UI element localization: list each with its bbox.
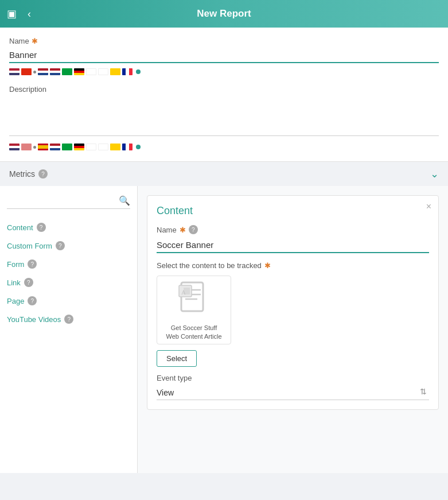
- description-textarea[interactable]: [9, 96, 439, 136]
- event-type-wrapper: View: [157, 386, 429, 400]
- flag2-pink[interactable]: [21, 144, 32, 150]
- flag2-de[interactable]: [74, 144, 84, 150]
- content-help-icon[interactable]: ?: [37, 223, 46, 232]
- flag2-nl[interactable]: [50, 144, 60, 150]
- flag-de[interactable]: [74, 68, 84, 75]
- header: ▣ ‹ New Report: [0, 0, 448, 28]
- flag2-us[interactable]: [9, 144, 20, 150]
- content-panel: × Content Name ✱ ? Select the content to…: [147, 195, 439, 410]
- thumbnail-title: Get Soccer Stuff Web Content Article: [166, 324, 221, 340]
- panel-name-help-icon[interactable]: ?: [189, 225, 198, 234]
- close-icon[interactable]: ×: [426, 201, 431, 212]
- flag2-teal-dot: [136, 145, 141, 149]
- menu-item-form[interactable]: Form ?: [7, 255, 130, 273]
- two-col-layout: 🔍 Content ? Custom Form ? Form ? Link ? …: [0, 186, 448, 473]
- panel-name-label: Name ✱ ?: [157, 225, 429, 234]
- flag-nl2[interactable]: [50, 68, 60, 75]
- flag-il[interactable]: [86, 68, 96, 75]
- page-help-icon[interactable]: ?: [28, 296, 37, 305]
- menu-item-custom-form[interactable]: Custom Form ?: [7, 237, 130, 255]
- thumbnail-icon: A: [177, 280, 211, 320]
- right-panel: × Content Name ✱ ? Select the content to…: [138, 186, 448, 473]
- menu-item-page[interactable]: Page ?: [7, 292, 130, 310]
- page-title: New Report: [197, 8, 251, 20]
- search-input[interactable]: [7, 196, 119, 205]
- flag2-dot: [33, 146, 36, 149]
- flag2-fr[interactable]: [122, 144, 133, 150]
- select-button[interactable]: Select: [157, 350, 197, 367]
- sidebar-toggle-icon[interactable]: ▣: [7, 7, 17, 20]
- flag-cn[interactable]: [21, 68, 32, 75]
- flag-yellow[interactable]: [110, 68, 120, 75]
- flag-dot: [33, 71, 36, 73]
- form-help-icon[interactable]: ?: [28, 259, 37, 269]
- svg-rect-6: [184, 288, 190, 294]
- panel-required-star: ✱: [180, 226, 186, 234]
- flag2-es[interactable]: [38, 144, 48, 150]
- event-type-select[interactable]: View: [157, 386, 429, 400]
- event-type-label: Event type: [157, 374, 429, 382]
- custom-form-help-icon[interactable]: ?: [56, 241, 65, 250]
- flag-teal-dot: [136, 69, 141, 74]
- description-section: Description: [9, 85, 439, 152]
- flag2-br[interactable]: [62, 144, 72, 150]
- link-help-icon[interactable]: ?: [24, 278, 33, 287]
- main-form: Name ✱ Description: [0, 28, 448, 161]
- flag2-fi[interactable]: [98, 144, 108, 150]
- description-label: Description: [9, 85, 439, 94]
- menu-item-content[interactable]: Content ?: [7, 218, 130, 237]
- flag-nl[interactable]: [38, 68, 48, 75]
- flag-us[interactable]: [9, 68, 20, 75]
- flag-br[interactable]: [62, 68, 72, 75]
- back-icon[interactable]: ‹: [28, 8, 31, 20]
- flag2-yellow[interactable]: [110, 144, 120, 150]
- flag-fr[interactable]: [122, 68, 133, 75]
- flag-fi[interactable]: [98, 68, 108, 75]
- menu-item-link[interactable]: Link ?: [7, 273, 130, 292]
- name-label: Name ✱: [9, 37, 439, 45]
- tracked-required-star: ✱: [264, 261, 271, 270]
- youtube-help-icon[interactable]: ?: [64, 315, 73, 324]
- metrics-label: Metrics ?: [9, 169, 48, 179]
- menu-item-youtube[interactable]: YouTube Videos ?: [7, 310, 130, 328]
- metrics-bar: Metrics ? ⌄: [0, 161, 448, 186]
- flags-row-2: [9, 142, 439, 152]
- content-thumbnail[interactable]: A Get Soccer Stuff Web Content Article: [157, 276, 231, 344]
- required-star: ✱: [32, 37, 38, 45]
- name-input[interactable]: [9, 48, 439, 63]
- panel-name-input[interactable]: [157, 238, 429, 253]
- metrics-help-icon[interactable]: ?: [38, 169, 48, 179]
- search-icon[interactable]: 🔍: [119, 195, 130, 206]
- metrics-chevron-icon[interactable]: ⌄: [430, 168, 439, 180]
- flags-row-1: [9, 67, 439, 77]
- tracked-label: Select the content to be tracked ✱: [157, 261, 429, 270]
- search-container: 🔍: [7, 195, 130, 209]
- left-sidebar: 🔍 Content ? Custom Form ? Form ? Link ? …: [0, 186, 138, 473]
- flag2-il[interactable]: [86, 144, 96, 150]
- panel-title: Content: [157, 205, 429, 217]
